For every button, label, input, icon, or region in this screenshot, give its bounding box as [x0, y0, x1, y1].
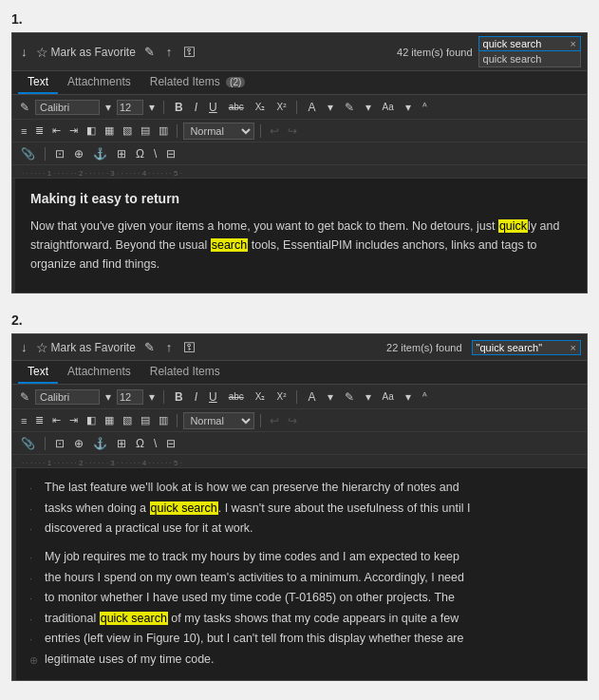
underline-button-1[interactable]: U	[205, 100, 221, 115]
content-area-1: Making it easy to return Now that you've…	[12, 179, 587, 293]
font-name-dropdown-2[interactable]: ▾	[103, 390, 113, 404]
font-name-dropdown-1[interactable]: ▾	[103, 101, 113, 114]
paperclip-icon-2[interactable]: 📎	[18, 436, 38, 451]
list-number-btn-2[interactable]: ≣	[32, 413, 47, 427]
more-format-2[interactable]: ᴬ	[419, 389, 431, 404]
highlight-button-1[interactable]: ✎	[341, 100, 358, 115]
font-color-button-2[interactable]: A	[304, 389, 319, 405]
style-select-1[interactable]: Normal	[183, 123, 254, 140]
omega-icon-1[interactable]: Ω	[133, 146, 147, 161]
align-justify-btn-2[interactable]: ▤	[138, 413, 153, 427]
tab-attachments-1[interactable]: Attachments	[58, 71, 140, 94]
align-left-btn-2[interactable]: ◧	[84, 413, 99, 427]
superscript-button-1[interactable]: X²	[272, 101, 290, 113]
divider-2d	[260, 414, 261, 427]
indent-btn-2[interactable]: ⇥	[66, 413, 81, 427]
tab-text-2[interactable]: Text	[18, 361, 58, 384]
search-input-2[interactable]	[477, 342, 567, 353]
bold-button-1[interactable]: B	[171, 100, 187, 115]
divider-2e	[45, 437, 46, 450]
list-bullet-btn-2[interactable]: ≡	[18, 414, 29, 427]
tab-related-items-1[interactable]: Related Items (2)	[140, 71, 255, 94]
search-input-1[interactable]	[483, 38, 567, 49]
font-size-dropdown-1[interactable]: ▾	[147, 101, 157, 114]
link-icon-2[interactable]: ⊕	[71, 436, 86, 451]
style-select-2[interactable]: Normal	[183, 412, 254, 429]
italic-button-1[interactable]: I	[191, 100, 201, 115]
font-color-dropdown-2[interactable]: ▾	[324, 389, 337, 405]
list-bullet-btn-1[interactable]: ≡	[18, 124, 29, 138]
font-color-dropdown-1[interactable]: ▾	[324, 100, 337, 115]
spacer-1	[29, 539, 577, 547]
redo-btn-2[interactable]: ↪	[285, 413, 300, 428]
tab-attachments-2[interactable]: Attachments	[58, 361, 140, 384]
list-number-btn-1[interactable]: ≣	[32, 123, 47, 138]
strikethrough-button-2[interactable]: abc	[225, 390, 248, 403]
table-icon-2[interactable]: ⊞	[114, 436, 129, 451]
font-size-1[interactable]	[117, 100, 143, 115]
align-center-btn-1[interactable]: ▦	[102, 123, 117, 138]
align-justify-btn-1[interactable]: ▤	[138, 123, 153, 138]
align-extra-btn-2[interactable]: ▥	[156, 413, 171, 427]
download-icon[interactable]: ↓	[18, 43, 30, 61]
upload-icon-2[interactable]: ↑	[163, 338, 176, 356]
font-size-dropdown-2[interactable]: ▾	[147, 390, 157, 404]
favorite-button-2[interactable]: ☆ Mark as Favorite	[36, 340, 136, 355]
case-button-1[interactable]: Aa	[379, 101, 398, 113]
slash-icon-2[interactable]: \	[151, 436, 159, 451]
search-close-1[interactable]: ×	[571, 38, 576, 49]
highlight-dropdown-1[interactable]: ▾	[362, 100, 375, 115]
omega-icon-2[interactable]: Ω	[133, 436, 147, 451]
highlight-button-2[interactable]: ✎	[341, 389, 358, 405]
search-close-2[interactable]: ×	[571, 342, 576, 353]
font-color-button-1[interactable]: A	[304, 100, 319, 115]
undo-btn-2[interactable]: ↩	[267, 413, 282, 428]
edit-icon-2[interactable]: ✎	[141, 338, 158, 356]
align-left-btn-1[interactable]: ◧	[84, 123, 99, 138]
underline-button-2[interactable]: U	[205, 389, 221, 405]
download-icon-2[interactable]: ↓	[18, 338, 30, 356]
bold-button-2[interactable]: B	[171, 389, 187, 405]
align-center-btn-2[interactable]: ▦	[102, 413, 117, 427]
align-right-btn-1[interactable]: ▧	[120, 123, 135, 138]
image-icon-1[interactable]: ⊡	[52, 146, 67, 161]
edit-icon[interactable]: ✎	[141, 43, 158, 61]
upload-icon[interactable]: ↑	[163, 43, 176, 61]
font-name-2[interactable]	[35, 389, 100, 405]
lock-icon-2[interactable]: ⚿	[180, 338, 198, 356]
italic-button-2[interactable]: I	[191, 389, 201, 405]
anchor-icon-1[interactable]: ⚓	[90, 146, 110, 161]
align-right-btn-2[interactable]: ▧	[120, 413, 135, 427]
case-dropdown-2[interactable]: ▾	[402, 389, 415, 405]
tab-text-1[interactable]: Text	[18, 71, 58, 94]
link-icon-1[interactable]: ⊕	[71, 146, 86, 161]
strikethrough-button-1[interactable]: abc	[225, 101, 248, 113]
undo-btn-1[interactable]: ↩	[267, 123, 282, 139]
anchor-icon-2[interactable]: ⚓	[90, 436, 110, 451]
align-extra-btn-1[interactable]: ▥	[156, 123, 171, 138]
subscript-button-2[interactable]: X₂	[252, 390, 270, 403]
more-format-1[interactable]: ᴬ	[419, 100, 431, 114]
tab-related-items-2[interactable]: Related Items	[140, 361, 230, 384]
redo-btn-1[interactable]: ↪	[285, 123, 300, 139]
subscript-button-1[interactable]: X₂	[252, 101, 270, 113]
file-icon-1[interactable]: ⊟	[163, 146, 178, 161]
search-dropdown-1[interactable]: quick search	[478, 51, 581, 67]
indent-btn-1[interactable]: ⇥	[66, 123, 81, 138]
lock-icon[interactable]: ⚿	[180, 43, 198, 61]
outdent-btn-1[interactable]: ⇤	[49, 123, 64, 138]
superscript-button-2[interactable]: X²	[272, 390, 290, 403]
slash-icon-1[interactable]: \	[151, 146, 159, 161]
divider-1e	[45, 147, 46, 161]
case-button-2[interactable]: Aa	[379, 390, 398, 403]
file-icon-2[interactable]: ⊟	[163, 436, 178, 451]
table-icon-1[interactable]: ⊞	[114, 146, 129, 161]
paperclip-icon-1[interactable]: 📎	[18, 146, 38, 161]
image-icon-2[interactable]: ⊡	[52, 436, 67, 451]
favorite-button-1[interactable]: ☆ Mark as Favorite	[36, 45, 136, 60]
case-dropdown-1[interactable]: ▾	[402, 100, 415, 115]
font-name-1[interactable]	[35, 100, 100, 115]
outdent-btn-2[interactable]: ⇤	[49, 413, 64, 427]
highlight-dropdown-2[interactable]: ▾	[362, 389, 375, 405]
font-size-2[interactable]	[117, 389, 143, 405]
